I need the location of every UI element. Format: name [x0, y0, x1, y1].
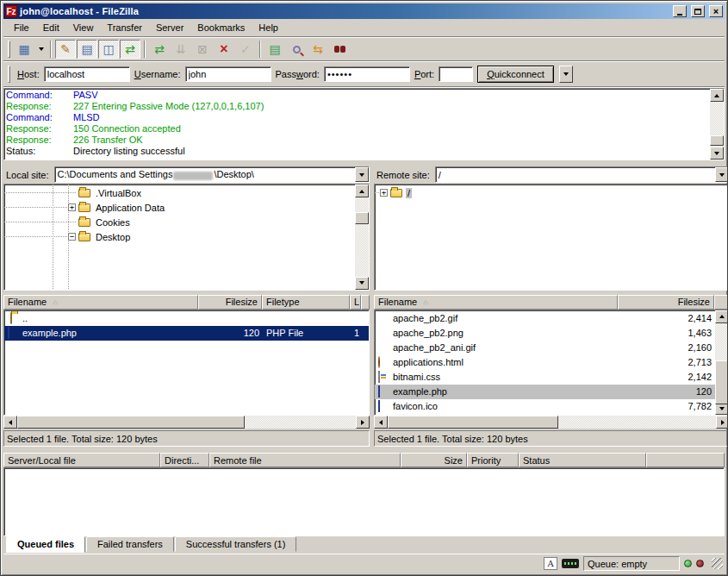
menu-item-view[interactable]: View — [66, 21, 101, 34]
tree-item[interactable]: +Application Data — [4, 200, 355, 215]
directory-compare-button[interactable]: ▤ — [264, 40, 285, 59]
column-header-filename[interactable]: Filename▲ — [374, 295, 618, 310]
remote-hscrollbar[interactable] — [374, 416, 728, 429]
remote-list-scrollbar[interactable] — [715, 310, 728, 416]
password-input[interactable] — [324, 66, 410, 82]
tree-item[interactable]: −Desktop — [4, 229, 355, 244]
local-combo-dropdown[interactable] — [355, 167, 369, 182]
tab-queued-files[interactable]: Queued files — [6, 536, 85, 553]
tree-item[interactable]: +/ — [375, 185, 728, 200]
maximize-button[interactable] — [691, 5, 705, 17]
menu-item-file[interactable]: File — [7, 21, 36, 34]
quickconnect-grip[interactable] — [8, 66, 10, 83]
file-row[interactable]: example.php120 — [375, 385, 715, 399]
tab-failed-transfers[interactable]: Failed transfers — [86, 536, 174, 552]
scrollbar-thumb[interactable] — [17, 416, 245, 429]
file-row[interactable]: apache_pb2.gif2,414 — [375, 311, 715, 326]
tree-item[interactable]: Cookies — [4, 215, 355, 229]
toggle-message-log-button[interactable]: ✎ — [55, 40, 76, 59]
column-header-serverlocalfile[interactable]: Server/Local file — [3, 453, 160, 467]
file-row[interactable]: apache_pb2.png1,463 — [375, 326, 715, 341]
queue-splitter[interactable] — [3, 447, 725, 453]
site-manager-dropdown[interactable] — [35, 40, 47, 59]
column-header-priority[interactable]: Priority — [467, 453, 519, 467]
scroll-up-button[interactable] — [710, 89, 724, 102]
scroll-down-button[interactable] — [355, 277, 369, 290]
toggle-queue-button[interactable]: ⇄ — [120, 40, 140, 59]
message-log-scrollbar[interactable] — [710, 89, 724, 160]
local-tree-scrollbar[interactable] — [355, 185, 369, 290]
menu-item-bookmarks[interactable]: Bookmarks — [190, 21, 252, 34]
column-header-directi[interactable]: Directi... — [160, 453, 209, 467]
toggle-remote-tree-button[interactable]: ◫ — [98, 40, 119, 59]
log-line-response: Response:150 Connection accepted — [6, 123, 708, 135]
minimize-button[interactable] — [673, 5, 687, 17]
sync-browsing-button[interactable]: ⇆ — [308, 40, 328, 59]
file-row[interactable]: applications.html2,713 — [375, 355, 715, 370]
remote-combo-dropdown[interactable] — [715, 167, 728, 182]
process-queue-button[interactable]: ⇊ — [171, 40, 191, 59]
scrollbar-thumb[interactable] — [710, 135, 724, 146]
file-cell: 2,414 — [619, 311, 715, 326]
refresh-button[interactable]: ⇄ — [149, 40, 170, 59]
column-header-status[interactable]: Status — [519, 453, 646, 467]
expand-icon[interactable]: + — [68, 203, 76, 211]
scroll-up-button[interactable] — [715, 310, 728, 323]
file-search-button[interactable] — [286, 40, 307, 59]
scrollbar-thumb[interactable] — [388, 416, 558, 429]
reconnect-button[interactable]: ✓ — [235, 40, 256, 59]
toggle-local-tree-button[interactable]: ▤ — [77, 40, 97, 59]
file-row[interactable]: bitnami.css2,142 — [375, 370, 715, 385]
file-cell: bitnami.css — [375, 370, 619, 385]
scrollbar-thumb[interactable] — [355, 212, 369, 224]
scroll-left-button[interactable] — [374, 416, 388, 429]
cancel-operation-button[interactable]: ⊠ — [192, 40, 213, 59]
file-row[interactable]: .. — [4, 311, 369, 326]
filter-binoculars-button[interactable] — [329, 40, 350, 59]
port-input[interactable] — [439, 66, 473, 82]
host-input[interactable] — [44, 66, 130, 82]
speed-limits-icon[interactable] — [562, 559, 579, 568]
column-header-filetype[interactable]: Filetype — [262, 295, 350, 310]
local-site-combo[interactable]: C:\Documents and Settings\Desktop\ — [54, 166, 370, 183]
column-header-filename[interactable]: Filename▲ — [3, 295, 198, 310]
quickconnect-button[interactable]: Quickconnect — [477, 66, 554, 83]
tab-successful-transfers-1-[interactable]: Successful transfers (1) — [175, 536, 297, 552]
titlebar[interactable]: Fz john@localhost - FileZilla × — [3, 3, 725, 19]
column-header-remotefile[interactable]: Remote file — [209, 453, 401, 467]
column-header-filesize[interactable]: Filesize — [618, 295, 714, 310]
transfer-type-ascii-icon[interactable]: A — [544, 557, 557, 570]
scroll-up-button[interactable] — [355, 185, 369, 197]
column-header-l[interactable]: L — [350, 295, 361, 310]
tree-item[interactable]: .VirtualBox — [4, 185, 355, 200]
file-row[interactable]: apache_pb2_ani.gif2,160 — [375, 341, 715, 355]
site-manager-button[interactable]: ▦ — [14, 40, 34, 59]
quickconnect-dropdown[interactable] — [559, 66, 573, 83]
scroll-down-button[interactable] — [710, 147, 724, 160]
file-row[interactable]: example.php120PHP File1 — [4, 326, 369, 341]
scroll-right-button[interactable] — [356, 416, 370, 429]
queue-header: Server/Local fileDirecti...Remote fileSi… — [3, 453, 725, 467]
column-header-size[interactable]: Size — [401, 453, 467, 467]
folder-icon — [78, 233, 90, 241]
scroll-left-button[interactable] — [3, 416, 17, 429]
file-row[interactable]: favicon.ico7,782 — [375, 399, 715, 414]
file-cell: .. — [4, 311, 199, 326]
disconnect-button[interactable]: × — [214, 40, 234, 59]
expand-icon[interactable]: + — [380, 189, 388, 197]
column-header-filesize[interactable]: Filesize — [198, 295, 262, 310]
menu-item-edit[interactable]: Edit — [36, 21, 66, 34]
file-row[interactable]: index.html202 — [375, 414, 715, 416]
scrollbar-thumb[interactable] — [715, 360, 728, 404]
remote-site-combo[interactable]: / — [435, 166, 728, 183]
username-input[interactable] — [185, 66, 271, 82]
toolbar-grip[interactable] — [8, 41, 10, 58]
collapse-icon[interactable]: − — [68, 233, 76, 241]
close-button[interactable]: × — [709, 5, 723, 17]
menu-item-server[interactable]: Server — [149, 21, 190, 34]
resize-grip[interactable] — [712, 558, 723, 569]
local-hscrollbar[interactable] — [3, 416, 370, 429]
menu-item-transfer[interactable]: Transfer — [100, 21, 149, 34]
menu-item-help[interactable]: Help — [252, 21, 285, 34]
scroll-right-button[interactable] — [716, 416, 728, 429]
